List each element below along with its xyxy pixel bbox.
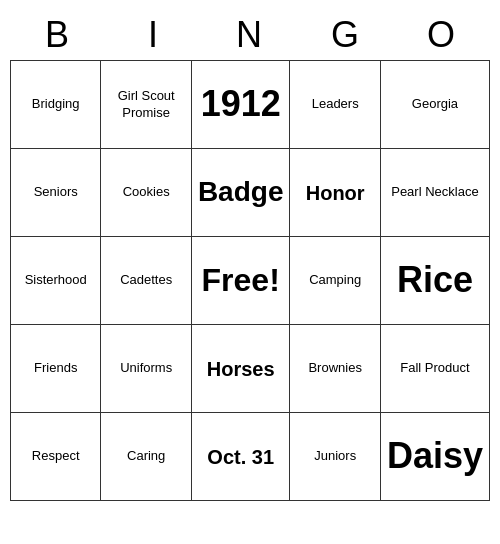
bingo-cell: Respect [11, 413, 101, 501]
bingo-cell: Cookies [101, 149, 191, 237]
bingo-cell: Georgia [381, 61, 490, 149]
bingo-cell: Uniforms [101, 325, 191, 413]
bingo-cell: Girl Scout Promise [101, 61, 191, 149]
header-i: I [106, 10, 202, 60]
bingo-cell: Brownies [290, 325, 380, 413]
bingo-cell: Pearl Necklace [381, 149, 490, 237]
bingo-cell: Honor [290, 149, 380, 237]
bingo-cell: Juniors [290, 413, 380, 501]
header-g: G [298, 10, 394, 60]
header-o: O [394, 10, 490, 60]
header-n: N [202, 10, 298, 60]
bingo-cell: Daisy [381, 413, 490, 501]
bingo-header: B I N G O [10, 10, 490, 60]
bingo-cell: Cadettes [101, 237, 191, 325]
bingo-cell: 1912 [192, 61, 291, 149]
bingo-cell: Caring [101, 413, 191, 501]
header-b: B [10, 10, 106, 60]
bingo-cell: Rice [381, 237, 490, 325]
bingo-grid: BridgingGirl Scout Promise1912LeadersGeo… [10, 60, 490, 501]
bingo-cell: Oct. 31 [192, 413, 291, 501]
bingo-cell: Bridging [11, 61, 101, 149]
bingo-cell: Free! [192, 237, 291, 325]
bingo-cell: Sisterhood [11, 237, 101, 325]
bingo-cell: Camping [290, 237, 380, 325]
bingo-cell: Badge [192, 149, 291, 237]
bingo-card: B I N G O BridgingGirl Scout Promise1912… [10, 10, 490, 501]
bingo-cell: Leaders [290, 61, 380, 149]
bingo-cell: Fall Product [381, 325, 490, 413]
bingo-cell: Friends [11, 325, 101, 413]
bingo-cell: Horses [192, 325, 291, 413]
bingo-cell: Seniors [11, 149, 101, 237]
